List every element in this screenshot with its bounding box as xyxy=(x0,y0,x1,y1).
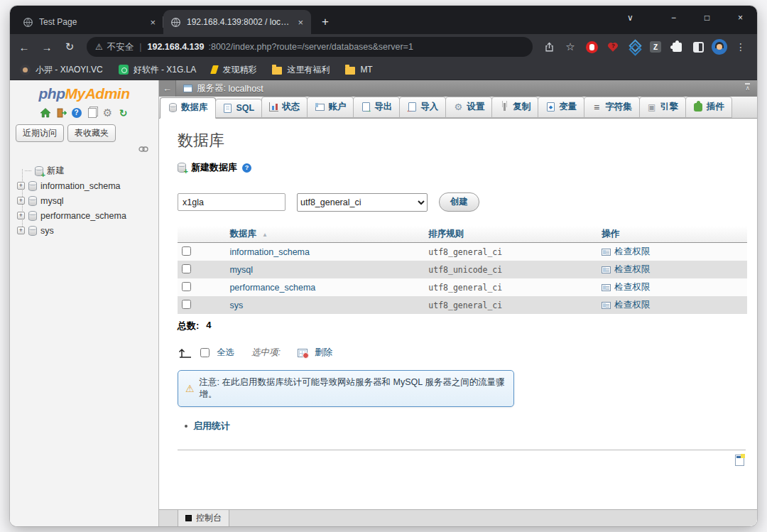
tree-item-performance-schema[interactable]: performance_schema xyxy=(14,208,156,223)
collation-value: utf8_unicode_ci xyxy=(424,261,597,278)
check-all-link[interactable]: 全选 xyxy=(217,347,234,359)
enable-statistics-link[interactable]: 启用统计 xyxy=(193,420,230,433)
row-checkbox[interactable] xyxy=(182,282,191,291)
tab-search-icon[interactable]: ∨ xyxy=(614,6,647,30)
settings-gear-icon[interactable]: ⚙ xyxy=(102,107,114,119)
browser-tab-test-page[interactable]: Test Page × xyxy=(16,10,163,34)
tab-settings[interactable]: ⚙ 设置 xyxy=(445,97,492,118)
collation-select[interactable]: utf8_general_ci xyxy=(297,193,428,212)
tree-item-sys[interactable]: sys xyxy=(14,223,156,238)
expand-icon[interactable] xyxy=(17,227,25,234)
help-icon[interactable]: ? xyxy=(242,163,251,173)
favorite-tables-button[interactable]: 表收藏夹 xyxy=(67,124,116,142)
create-database-heading: 新建数据库 ? xyxy=(178,161,747,174)
tree-item-new-database[interactable]: 新建 xyxy=(14,163,156,178)
bookmark-folder[interactable]: MT xyxy=(345,65,372,75)
database-link[interactable]: mysql xyxy=(229,265,253,275)
row-checkbox[interactable] xyxy=(182,246,191,256)
check-privileges-link[interactable]: 检查权限 xyxy=(614,299,650,311)
minimize-button[interactable]: − xyxy=(657,6,690,30)
new-tab-button[interactable] xyxy=(315,12,335,32)
extension-heart-icon[interactable]: ? xyxy=(604,38,622,56)
extension-z-icon[interactable]: Z xyxy=(646,38,665,56)
column-header-collation[interactable]: 排序规则 xyxy=(424,226,597,243)
bookmark-favicon xyxy=(119,65,129,75)
tree-item-mysql[interactable]: mysql xyxy=(14,193,156,208)
console-toggle[interactable]: 控制台 xyxy=(178,509,229,526)
extension-adguard-icon[interactable] xyxy=(582,38,601,56)
database-link[interactable]: performance_schema xyxy=(229,283,315,293)
tab-variables[interactable]: 变量 xyxy=(538,97,584,118)
check-all-checkbox[interactable] xyxy=(200,348,210,357)
server-value[interactable]: localhost xyxy=(228,84,263,94)
check-privileges-link[interactable]: 检查权限 xyxy=(614,264,650,276)
profile-avatar[interactable] xyxy=(710,38,729,56)
globe-icon xyxy=(170,17,181,28)
create-button[interactable]: 创建 xyxy=(439,192,479,212)
reload-icon[interactable]: ↻ xyxy=(60,37,80,57)
collation-value: utf8_general_ci xyxy=(424,296,597,314)
collapse-sidebar-icon[interactable]: ← xyxy=(159,80,176,97)
expand-icon[interactable] xyxy=(17,197,25,205)
bookmark-star-icon[interactable]: ☆ xyxy=(561,38,580,56)
status-chart-icon xyxy=(269,102,278,112)
database-link[interactable]: information_schema xyxy=(229,247,310,257)
tab-sql[interactable]: SQL xyxy=(215,99,263,118)
bookmark-label: MT xyxy=(360,65,372,75)
tab-engines[interactable]: ▣ 引擎 xyxy=(639,97,686,118)
bookmark-item[interactable]: 发现精彩 xyxy=(212,64,256,76)
tab-replication[interactable]: 复制 xyxy=(491,97,538,118)
database-icon xyxy=(28,196,37,206)
row-checkbox[interactable] xyxy=(182,264,191,273)
page-settings-icon[interactable] xyxy=(735,455,744,466)
extension-layers-icon[interactable] xyxy=(625,38,643,56)
bookmark-item[interactable]: 好软件 - X1G.LA xyxy=(119,64,197,76)
column-header-database[interactable]: 数据库 xyxy=(229,229,256,239)
address-bar[interactable]: ⚠ 不安全 | 192.168.4.139:8002/index.php?rou… xyxy=(87,37,533,57)
docs-icon[interactable] xyxy=(86,107,98,119)
bookmark-item[interactable]: 小羿 - XIAOYI.VC xyxy=(20,64,103,76)
check-privileges-link[interactable]: 检查权限 xyxy=(614,246,650,258)
with-selected-label: 选中项: xyxy=(251,347,281,359)
database-name-input[interactable] xyxy=(178,193,285,211)
tab-title: Test Page xyxy=(39,17,142,27)
help-icon[interactable]: ? xyxy=(70,107,82,119)
extensions-puzzle-icon[interactable] xyxy=(668,38,686,56)
tab-import[interactable]: 导入 xyxy=(399,97,446,118)
back-icon[interactable]: ← xyxy=(14,37,34,57)
tree-item-information-schema[interactable]: information_schema xyxy=(14,178,156,193)
not-secure-icon: ⚠ xyxy=(95,42,103,52)
tab-export[interactable]: 导出 xyxy=(353,97,400,118)
maximize-button[interactable]: □ xyxy=(690,6,724,30)
link-chain-icon[interactable] xyxy=(138,146,148,152)
tab-plugins[interactable]: 插件 xyxy=(685,97,732,118)
drop-link[interactable]: 删除 xyxy=(315,347,332,359)
bookmark-folder[interactable]: 这里有福利 xyxy=(272,64,330,76)
tab-title: 192.168.4.139:8002 / localhost xyxy=(187,17,290,27)
tab-status[interactable]: 状态 xyxy=(261,97,308,118)
recent-tables-button[interactable]: 近期访问 xyxy=(16,124,64,142)
side-panel-icon[interactable] xyxy=(689,38,707,56)
share-icon[interactable] xyxy=(540,38,558,56)
close-window-button[interactable]: × xyxy=(724,6,757,30)
url-host: 192.168.4.139 xyxy=(148,42,205,52)
row-checkbox[interactable] xyxy=(182,300,191,309)
expand-icon[interactable] xyxy=(17,212,25,219)
logout-icon[interactable] xyxy=(55,107,67,119)
tab-accounts[interactable]: 账户 xyxy=(307,97,354,118)
expand-icon[interactable] xyxy=(17,182,25,190)
scroll-top-icon[interactable]: ∧ xyxy=(745,83,750,91)
browser-menu-icon[interactable]: ⋮ xyxy=(731,38,750,56)
browser-tab-strip: Test Page × 192.168.4.139:8002 / localho… xyxy=(10,6,757,34)
database-link[interactable]: sys xyxy=(229,300,243,310)
refresh-icon[interactable]: ↻ xyxy=(117,107,129,119)
check-privileges-link[interactable]: 检查权限 xyxy=(614,281,650,293)
tab-charsets[interactable]: ≡ 字符集 xyxy=(584,97,640,118)
pma-logo[interactable]: phpMyAdmin xyxy=(10,80,158,104)
tab-databases[interactable]: 数据库 xyxy=(160,97,216,119)
forward-icon[interactable]: → xyxy=(37,37,57,57)
browser-tab-phpmyadmin[interactable]: 192.168.4.139:8002 / localhost × xyxy=(163,10,311,34)
home-icon[interactable] xyxy=(39,107,51,119)
close-tab-icon[interactable]: × xyxy=(295,17,305,28)
close-tab-icon[interactable]: × xyxy=(148,17,158,28)
